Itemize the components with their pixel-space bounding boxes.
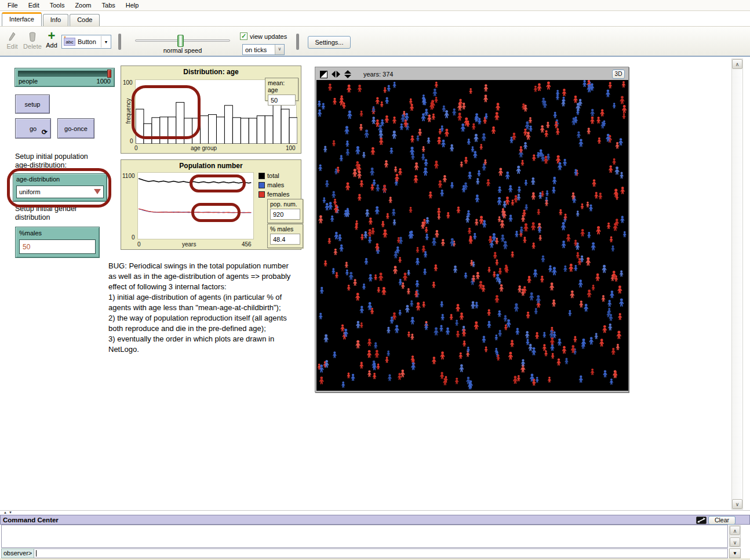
delete-button[interactable]: Delete [22,31,43,50]
mean-age-monitor: mean: age 50 [265,78,298,101]
trash-icon [22,31,43,43]
netlogo-window: File Edit Tools Zoom Tabs Help Interface… [0,0,750,560]
y-axis-label: frequency [125,94,132,129]
speed-slider-handle[interactable] [177,35,184,47]
tab-bar: Interface Info Code [0,12,750,26]
people-slider[interactable]: people 1000 [14,68,115,87]
age-distribution-chooser[interactable]: age-distribution uniform [13,173,107,202]
speed-slider: normal speed [135,32,230,54]
command-center-header: Command Center Clear [0,515,750,525]
mean-age-value: 50 [268,94,296,106]
add-widget-button[interactable]: + Add [44,30,59,49]
go-once-button[interactable]: go-once [57,118,94,139]
y-tick-max: 1100 [122,173,135,179]
tab-interface[interactable]: Interface [2,12,42,26]
pct-males-value: 48.4 [270,234,300,245]
menu-tabs[interactable]: Tabs [97,1,121,10]
legend-item-males: males [259,181,284,188]
menu-zoom[interactable]: Zoom [70,1,96,10]
widget-type-dropdown[interactable]: * abc Button ▼ [61,35,111,49]
note-gender-distribution: Setup initial gender distribution [15,205,77,222]
menu-edit[interactable]: Edit [23,1,45,10]
legend-item-females: females [259,191,290,198]
chooser-select[interactable]: uniform [16,186,104,198]
resize-corner-icon[interactable] [320,71,327,78]
legend-swatch-females [259,191,265,198]
legend-swatch-total [259,173,265,179]
menu-bar: File Edit Tools Zoom Tabs Help [0,0,750,11]
toolbar: Edit Delete + Add * abc Button ▼ normal [0,26,750,57]
command-center-splitter[interactable]: ▲▼ [0,510,750,515]
main-scrollbar[interactable]: ∧ ∨ [731,59,743,510]
percent-males-label: %males [19,230,42,237]
people-slider-label: people [19,78,38,85]
x-axis-label: years [182,241,196,248]
legend-swatch-males [259,182,265,188]
pct-males-monitor: % males 48.4 [267,224,303,248]
view-header: years: 374 3D [316,68,627,80]
plot-title: Distribution: age [121,66,301,76]
people-slider-value: 1000 [97,78,111,85]
menu-tools[interactable]: Tools [45,1,70,10]
text-caret [36,550,37,557]
settings-button[interactable]: Settings... [308,36,351,49]
abc-icon: * abc [64,38,75,46]
dropdown-triangle-icon [94,189,101,194]
tab-code[interactable]: Code [70,14,100,26]
scroll-up-icon[interactable]: ∧ [732,59,742,69]
pop-num-monitor: pop. num. 920 [267,199,303,223]
widget-type-value: Button [78,38,96,45]
scroll-up-icon[interactable]: ∧ [730,526,740,535]
edit-button[interactable]: Edit [3,31,21,50]
pop-num-value: 920 [270,209,300,220]
observer-prompt: observer> [1,548,34,558]
update-mode-dropdown[interactable]: on ticks ∨ [242,44,285,55]
tab-info[interactable]: Info [43,14,68,26]
menu-file[interactable]: File [2,1,23,10]
x-tick-max: 456 [242,241,252,248]
y-tick-max: 100 [123,79,133,86]
legend-item-total: total [259,172,279,179]
horizontal-resize-icon[interactable] [332,71,340,78]
speed-slider-label: normal speed [135,47,230,54]
setup-button[interactable]: setup [15,94,50,114]
people-slider-track[interactable] [18,71,111,77]
command-output[interactable] [1,525,728,548]
view-updates-toggle[interactable]: ✓ view updates [240,32,287,40]
clear-button[interactable]: Clear [708,516,736,525]
scroll-down-icon[interactable]: ∨ [732,499,742,509]
forever-icon: ⟳ [42,128,48,136]
percent-males-field[interactable]: 50 [19,239,96,254]
plot-canvas [137,172,254,239]
x-tick-min: 0 [137,241,141,248]
checkbox-checked-icon[interactable]: ✓ [240,32,247,40]
world-canvas[interactable] [316,80,628,391]
x-axis-label: age group [191,145,217,151]
command-line: observer> [1,548,728,558]
vertical-resize-icon[interactable] [344,70,351,78]
command-input[interactable] [34,548,728,558]
3d-view-button[interactable]: 3D [612,70,625,79]
update-mode-value: on ticks [243,46,275,53]
y-tick-min: 0 [132,234,135,241]
chevron-down-icon: ▼ [101,36,111,48]
splitter-arrows-icon[interactable]: ▲▼ [3,511,14,514]
command-history-dropdown[interactable]: ▼ [729,548,741,558]
delete-button-label: Delete [23,43,42,50]
scroll-down-icon[interactable]: ∨ [730,537,740,547]
output-scrollbar[interactable]: ∧ ∨ [729,525,741,547]
mean-age-label: mean: age [268,79,285,93]
speed-slider-track[interactable] [135,39,230,42]
bug-note: BUG: Periodical swings in the total popu… [108,261,312,355]
pop-num-label: pop. num. [270,201,297,208]
y-tick-min: 0 [130,138,133,144]
percent-males-input[interactable]: %males 50 [15,227,100,258]
x-tick-max: 100 [286,145,296,151]
popout-icon[interactable] [696,517,707,524]
go-button[interactable]: go ⟳ [15,118,51,139]
edit-button-label: Edit [7,43,18,50]
menu-help[interactable]: Help [121,1,144,10]
command-center-title: Command Center [1,517,59,523]
chooser-value: uniform [19,188,41,195]
people-slider-handle[interactable] [107,70,111,78]
